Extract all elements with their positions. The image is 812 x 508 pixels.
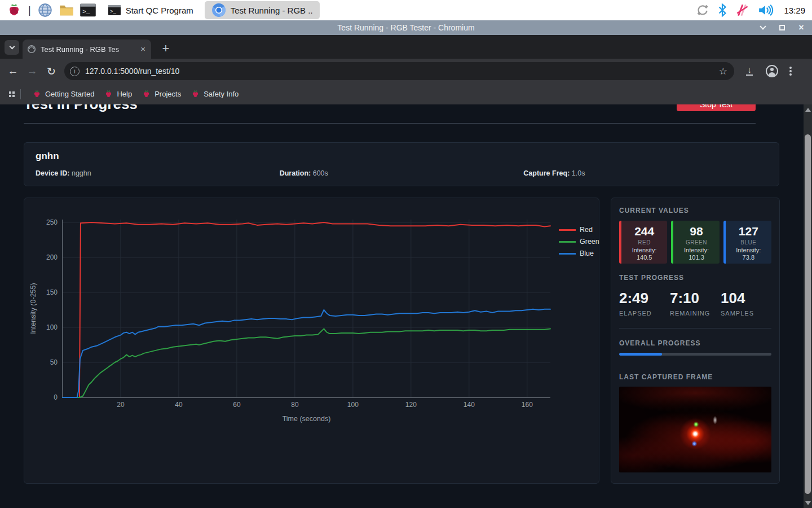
- device-id-label: Device ID:: [36, 169, 69, 177]
- svg-text:140: 140: [464, 401, 475, 409]
- profile-button[interactable]: [766, 65, 778, 77]
- taskbar-window-label: Start QC Program: [126, 6, 193, 15]
- legend-label: Red: [580, 226, 593, 234]
- downloads-button[interactable]: ↓: [740, 62, 759, 81]
- bookmark-projects[interactable]: Projects: [137, 86, 186, 102]
- test-progress-stats: 2:49 ELAPSED 7:10 REMAINING 104 SAMPLES: [619, 290, 771, 317]
- apps-grid-icon[interactable]: [9, 91, 11, 94]
- system-tray: 13:29: [696, 3, 806, 17]
- bookmark-safety-info[interactable]: Safety Info: [186, 86, 244, 102]
- green-intensity-label: Intensity:: [673, 247, 719, 254]
- back-button[interactable]: ←: [3, 62, 23, 81]
- sync-icon[interactable]: [696, 3, 709, 17]
- bookmark-help[interactable]: Help: [99, 86, 137, 102]
- remaining-label: REMAINING: [670, 310, 721, 317]
- duration-field: Duration: 600s: [280, 169, 524, 177]
- test-progress-heading: TEST PROGRESS: [619, 274, 771, 282]
- active-tab[interactable]: Test Running - RGB Tes ×: [23, 40, 151, 59]
- panel-divider: [619, 328, 771, 329]
- overall-progress-heading: OVERALL PROGRESS: [619, 339, 771, 347]
- tab-search-button[interactable]: [5, 40, 19, 55]
- red-intensity-value: 140.5: [621, 254, 667, 261]
- samples-label: SAMPLES: [721, 310, 771, 317]
- raspberry-favicon-icon: [104, 90, 113, 98]
- capture-freq-value: 1.0s: [572, 169, 585, 177]
- scroll-up-arrow-icon[interactable]: [805, 108, 811, 112]
- bookmark-star-icon[interactable]: ☆: [719, 65, 729, 77]
- svg-text:250: 250: [46, 218, 58, 226]
- progress-bar: [619, 353, 771, 356]
- last-captured-frame-image: [619, 387, 771, 472]
- network-off-icon[interactable]: [735, 3, 750, 17]
- raspberry-icon: [7, 3, 21, 17]
- svg-text:80: 80: [291, 401, 299, 409]
- maximize-button[interactable]: [778, 24, 786, 32]
- taskbar-window-chromium[interactable]: Test Running - RGB ..: [205, 1, 320, 19]
- svg-text:60: 60: [233, 401, 241, 409]
- stop-test-button[interactable]: Stop Test: [677, 104, 756, 111]
- volume-icon[interactable]: [758, 3, 774, 17]
- svg-text:Intensity (0-255): Intensity (0-255): [29, 283, 37, 334]
- browser-launcher-icon[interactable]: [37, 2, 54, 19]
- forward-button[interactable]: →: [23, 62, 42, 81]
- download-arrow-icon: ↓: [747, 67, 752, 73]
- page-content: Test In Progress Stop Test gnhn Device I…: [0, 104, 804, 508]
- test-name: gnhn: [36, 151, 767, 162]
- raspberry-favicon-icon: [33, 90, 41, 98]
- reload-button[interactable]: ↻: [42, 62, 61, 81]
- progress-fill: [619, 353, 662, 356]
- remaining-value: 7:10: [670, 290, 721, 307]
- svg-text:20: 20: [117, 401, 125, 409]
- elapsed-label: ELAPSED: [619, 310, 670, 317]
- red-label: RED: [621, 239, 667, 246]
- raspberry-favicon-icon: [191, 90, 200, 98]
- legend-label: Blue: [580, 249, 594, 257]
- raspberry-menu-icon[interactable]: [6, 2, 23, 19]
- device-id-field: Device ID: ngghn: [36, 169, 280, 177]
- file-manager-icon[interactable]: [58, 2, 75, 19]
- green-value: 98: [673, 225, 719, 238]
- elapsed-stat: 2:49 ELAPSED: [619, 290, 670, 317]
- samples-value: 104: [721, 290, 771, 307]
- taskbar: | >_ >_ Start QC Program: [0, 0, 812, 20]
- bookmark-getting-started[interactable]: Getting Started: [28, 86, 99, 102]
- blue-value: 127: [726, 225, 771, 238]
- page-scrollbar[interactable]: [804, 104, 812, 508]
- menu-kebab-icon[interactable]: [789, 70, 792, 72]
- svg-text:50: 50: [50, 358, 58, 366]
- bookmark-label: Projects: [155, 90, 181, 98]
- clock[interactable]: 13:29: [784, 6, 805, 15]
- duration-value: 600s: [313, 169, 328, 177]
- taskbar-window-label: Test Running - RGB ..: [231, 6, 313, 15]
- close-window-button[interactable]: ×: [797, 24, 805, 32]
- scroll-down-arrow-icon[interactable]: [805, 501, 811, 505]
- site-info-icon[interactable]: i: [70, 67, 80, 76]
- new-tab-button[interactable]: +: [158, 41, 174, 56]
- tab-close-icon[interactable]: ×: [139, 45, 147, 53]
- raspberry-favicon-icon: [142, 90, 151, 98]
- taskbar-window-start-qc[interactable]: >_ Start QC Program: [101, 1, 200, 19]
- terminal-launcher-icon[interactable]: >_: [80, 2, 96, 19]
- address-bar[interactable]: i 127.0.0.1:5000/run_test/10 ☆: [64, 62, 734, 80]
- legend-item-green: Green: [559, 238, 599, 246]
- minimize-button[interactable]: [759, 24, 767, 32]
- svg-text:100: 100: [347, 401, 359, 409]
- blue-intensity-label: Intensity:: [726, 247, 771, 254]
- svg-text:>_: >_: [82, 8, 90, 15]
- rgb-intensity-chart: 20406080100120140160050100150200250Time …: [24, 198, 600, 424]
- tab-favicon-icon: [27, 45, 36, 54]
- tab-strip: Test Running - RGB Tes × +: [0, 35, 812, 59]
- green-intensity-value: 101.3: [673, 254, 719, 261]
- folder-icon: [59, 3, 74, 17]
- red-value-box: 244 RED Intensity: 140.5: [619, 221, 667, 264]
- window-titlebar[interactable]: Test Running - RGB Tester - Chromium ×: [0, 20, 812, 35]
- scrollbar-thumb[interactable]: [805, 134, 811, 494]
- bluetooth-icon[interactable]: [717, 3, 727, 17]
- terminal-icon: >_: [108, 4, 121, 16]
- svg-text:0: 0: [54, 393, 58, 401]
- page-title: Test In Progress: [24, 104, 138, 113]
- url-text[interactable]: 127.0.0.1:5000/run_test/10: [85, 67, 719, 76]
- red-intensity-label: Intensity:: [621, 247, 667, 254]
- chromium-icon: [211, 3, 226, 17]
- capture-freq-label: Capture Freq:: [523, 169, 570, 177]
